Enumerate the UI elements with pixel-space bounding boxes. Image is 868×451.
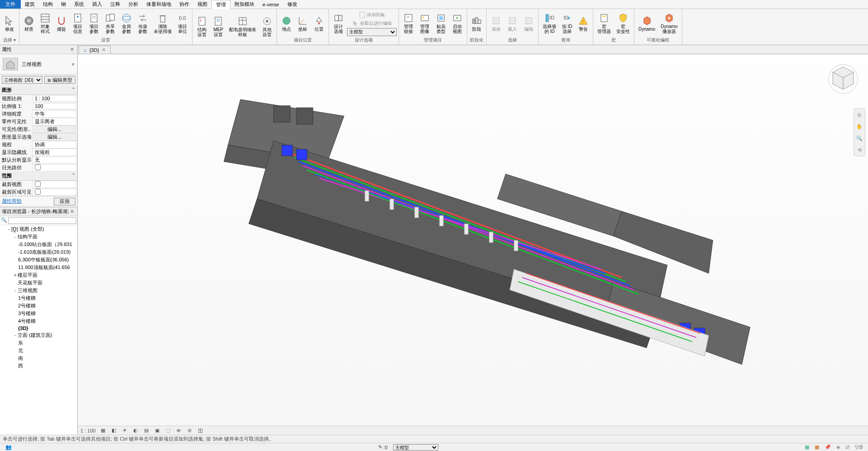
location-button[interactable]: 地点	[279, 14, 294, 33]
group-graphics[interactable]: 图形⌃	[0, 86, 77, 95]
render-dialog-icon[interactable]: ▤	[143, 427, 150, 434]
browser-leaf[interactable]: 6.300中板板面(36.056)	[0, 256, 77, 264]
menu-tab-collab[interactable]: 协作	[175, 0, 193, 9]
view-cube[interactable]	[827, 63, 859, 95]
select-by-id-button[interactable]: ID按 ID 选择	[559, 12, 575, 35]
browser-node[interactable]: +楼层平面	[0, 271, 77, 279]
pan-icon[interactable]: ✋	[855, 122, 863, 130]
browser-node[interactable]: 天花板平面	[0, 279, 77, 287]
property-value[interactable]	[33, 188, 76, 196]
unhide-icon[interactable]: 👁	[175, 427, 183, 434]
coordinates-button[interactable]: 坐标	[295, 14, 310, 33]
design-option-status-dropdown[interactable]: 主模型	[393, 444, 438, 451]
menu-tab-systems[interactable]: 系统	[70, 0, 88, 9]
group-extents[interactable]: 范围⌃	[0, 172, 77, 181]
menu-tab-massing[interactable]: 体量和场地	[142, 0, 175, 9]
browser-leaf[interactable]: 11.900顶板板面(41.656	[0, 264, 77, 271]
macro-security-button[interactable]: 宏 安全性	[614, 12, 632, 35]
crop-region-icon[interactable]: ⬚	[164, 427, 172, 434]
browser-leaf[interactable]: 南	[0, 354, 77, 362]
property-value[interactable]: 显示两者	[33, 118, 76, 126]
property-value[interactable]: 无	[33, 156, 76, 164]
startup-view-button[interactable]: 启动 视图	[450, 12, 465, 35]
purge-button[interactable]: 清除 未使用项	[151, 12, 174, 35]
browser-root[interactable]: -[O̲] 视图 (全部)	[0, 225, 77, 233]
phases-button[interactable]: 阶段	[469, 14, 484, 33]
property-value[interactable]: 中等	[33, 110, 76, 118]
property-value[interactable]: 按规程	[33, 149, 76, 156]
edit-type-button[interactable]: ⊞ 编辑类型	[44, 76, 75, 84]
menu-tab-modify[interactable]: 修改	[283, 0, 301, 9]
menu-file[interactable]: 文件	[0, 0, 21, 9]
menu-tab-steel[interactable]: 钢	[57, 0, 70, 9]
project-browser[interactable]: -[O̲] 视图 (全部) -结构平面-0.100站台板面（29.831-1.6…	[0, 225, 77, 435]
close-tab-icon[interactable]: ✕	[102, 47, 106, 53]
property-value[interactable]	[33, 164, 76, 172]
property-value[interactable]: 编辑...	[33, 126, 76, 133]
select-face-icon[interactable]: ◈	[834, 444, 843, 450]
instance-dropdown[interactable]: 三维视图: {3D}	[2, 76, 42, 84]
select-underlay-icon[interactable]: ▦	[812, 444, 822, 450]
design-option-dropdown[interactable]: 主模型	[347, 28, 397, 36]
global-params-button[interactable]: 全局 参数	[119, 12, 134, 35]
viewport[interactable]: ⌂{3D}✕	[78, 45, 868, 435]
detail-level-icon[interactable]: ▦	[99, 427, 107, 434]
position-button[interactable]: 位置	[311, 14, 327, 33]
menu-tab-analyze[interactable]: 分析	[124, 0, 142, 9]
property-value[interactable]: 编辑...	[33, 133, 76, 141]
browser-node[interactable]: -立面 (建筑立面)	[0, 331, 77, 339]
manage-images-button[interactable]: 管理 图像	[417, 12, 432, 35]
browser-leaf[interactable]: 1号楼梯	[0, 294, 77, 302]
panel-schedule-button[interactable]: 配电盘明细表 样板	[227, 15, 258, 38]
menu-tab-view[interactable]: 视图	[193, 0, 211, 9]
workset-icon[interactable]: 👥	[3, 444, 14, 450]
orbit-icon[interactable]: ⟲	[855, 146, 863, 154]
menu-tab-annotate[interactable]: 注释	[106, 0, 124, 9]
close-browser-icon[interactable]: ✕	[69, 209, 75, 214]
project-params-button[interactable]: 项目 参数	[86, 12, 102, 35]
decal-types-button[interactable]: 贴花 类型	[433, 12, 449, 35]
shadows-icon[interactable]: ◐	[132, 427, 139, 434]
view-tab-3d[interactable]: ⌂{3D}✕	[79, 46, 111, 54]
property-value[interactable]: 100	[33, 103, 76, 109]
menu-tab-everse[interactable]: e-verse	[258, 1, 283, 8]
transfer-params-button[interactable]: 传递 参数	[135, 12, 150, 35]
sun-path-icon[interactable]: ☀	[121, 427, 128, 434]
full-nav-wheel-icon[interactable]: ◎	[855, 111, 863, 119]
type-selector[interactable]: 三维视图 ▾	[0, 54, 77, 74]
apply-button[interactable]: 应用	[54, 198, 75, 205]
browser-node[interactable]: -结构平面	[0, 233, 77, 241]
filter-icon[interactable]: ▽:0	[852, 444, 865, 450]
browser-leaf[interactable]: {3D}	[0, 325, 77, 331]
browser-leaf[interactable]: 北	[0, 347, 77, 354]
snaps-button[interactable]: 捕捉	[54, 14, 69, 33]
menu-tab-insert[interactable]: 插入	[88, 0, 106, 9]
warnings-button[interactable]: !警告	[576, 14, 591, 33]
select-links-icon[interactable]: ▦	[802, 444, 812, 450]
struct-settings-button[interactable]: I结构 设置	[194, 15, 210, 38]
reveal-constraints-icon[interactable]: ⚿	[197, 427, 204, 434]
property-value[interactable]: 1 : 100	[33, 95, 76, 102]
browser-search-input[interactable]	[8, 217, 76, 224]
view-scale[interactable]: 1 : 100	[80, 428, 96, 433]
menu-tab-arch[interactable]: 建筑	[21, 0, 39, 9]
manage-links-button[interactable]: 管理 链接	[401, 12, 416, 35]
browser-leaf[interactable]: 2号楼梯	[0, 302, 77, 310]
visual-style-icon[interactable]: ◧	[110, 427, 117, 434]
modify-button[interactable]: 修改	[2, 14, 17, 33]
ids-of-selection-button[interactable]: ID选择项 的 ID	[540, 12, 558, 35]
browser-leaf[interactable]: -0.100站台板面（29.831	[0, 241, 77, 248]
menu-tab-addins[interactable]: 附加模块	[230, 0, 258, 9]
browser-node[interactable]: -三维视图	[0, 287, 77, 294]
crop-view-icon[interactable]: ▣	[154, 427, 161, 434]
object-styles-button[interactable]: 对象 样式	[38, 12, 53, 35]
property-value[interactable]	[33, 181, 76, 188]
close-properties-icon[interactable]: ✕	[69, 46, 75, 52]
menu-tab-struct[interactable]: 结构	[39, 0, 57, 9]
dynamo-button[interactable]: Dynamo	[636, 14, 657, 33]
mep-settings-button[interactable]: MEP 设置	[211, 15, 226, 38]
properties-help-link[interactable]: 属性帮助	[2, 198, 22, 205]
property-value[interactable]: 协调	[33, 141, 76, 149]
shared-params-button[interactable]: 共享 参数	[103, 12, 118, 35]
other-settings-button[interactable]: 其他 设置	[259, 15, 275, 38]
